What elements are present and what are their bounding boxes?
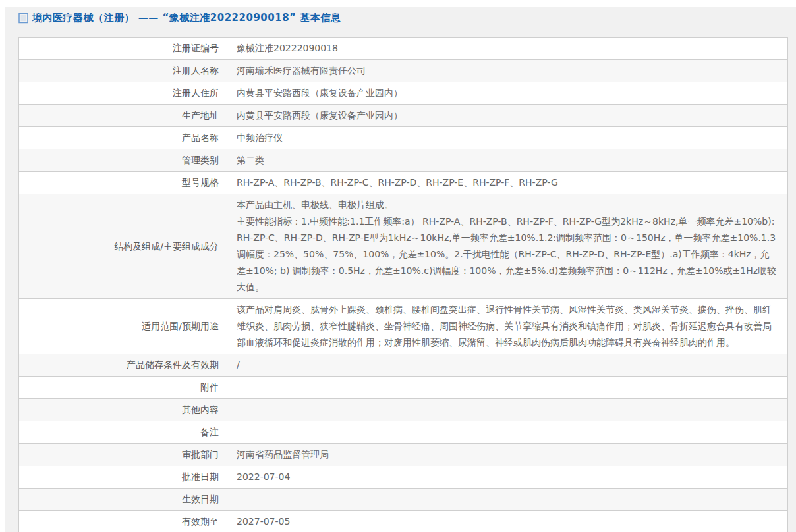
table-row: 生产地址 内黄县平安路西段（康复设备产业园内） (19, 105, 788, 127)
page-title: 境内医疗器械（注册） —— “豫械注准20222090018” 基本信息 (32, 12, 341, 24)
row-value: 第二类 (227, 149, 788, 172)
row-value: / (227, 354, 788, 377)
table-row: 产品储存条件及有效期 / (19, 354, 788, 377)
row-label: 注册证编号 (19, 38, 227, 60)
row-label: 其他内容 (19, 399, 227, 421)
table-row: 注册人名称 河南瑞禾医疗器械有限责任公司 (19, 60, 788, 82)
row-value: 河南瑞禾医疗器械有限责任公司 (227, 60, 788, 82)
registration-info-table: 注册证编号 豫械注准20222090018 注册人名称 河南瑞禾医疗器械有限责任… (18, 37, 788, 532)
row-value: 该产品对肩周炎、肱骨外上踝炎、颈椎病、腰椎间盘突出症、退行性骨性关节病、风湿性关… (227, 299, 788, 354)
row-value: 河南省药品监督管理局 (227, 444, 788, 466)
table-row: 附件 (19, 377, 788, 399)
row-value: RH-ZP-A、RH-ZP-B、RH-ZP-C、RH-ZP-D、RH-ZP-E、… (227, 172, 788, 194)
row-value (227, 489, 788, 511)
table-row: 有效期至 2027-07-05 (19, 511, 788, 532)
row-value (227, 377, 788, 399)
row-value: 中频治疗仪 (227, 127, 788, 149)
row-label: 批准日期 (19, 466, 227, 489)
content-panel: 境内医疗器械（注册） —— “豫械注准20222090018” 基本信息 注册证… (5, 7, 796, 532)
row-value (227, 399, 788, 421)
table-row: 其他内容 (19, 399, 788, 421)
table-row: 结构及组成/主要组成成分 本产品由主机、电极线、电极片组成。 主要性能指标：1.… (19, 194, 788, 299)
table-row: 生效日期 (19, 489, 788, 511)
table-row: 管理类别 第二类 (19, 149, 788, 172)
row-label: 有效期至 (19, 511, 227, 532)
row-label: 附件 (19, 377, 227, 399)
table-row: 注册人住所 内黄县平安路西段（康复设备产业园内） (19, 82, 788, 105)
table-row: 注册证编号 豫械注准20222090018 (19, 38, 788, 60)
row-label: 审批部门 (19, 444, 227, 466)
row-value: 豫械注准20222090018 (227, 38, 788, 60)
row-label: 适用范围/预期用途 (19, 299, 227, 354)
row-label: 产品储存条件及有效期 (19, 354, 227, 377)
table-row: 产品名称 中频治疗仪 (19, 127, 788, 149)
row-label: 注册人住所 (19, 82, 227, 105)
page-header: 境内医疗器械（注册） —— “豫械注准20222090018” 基本信息 (18, 12, 341, 24)
table-row: 型号规格 RH-ZP-A、RH-ZP-B、RH-ZP-C、RH-ZP-D、RH-… (19, 172, 788, 194)
row-label: 注册人名称 (19, 60, 227, 82)
row-value: 内黄县平安路西段（康复设备产业园内） (227, 105, 788, 127)
document-icon (18, 13, 28, 24)
row-label: 结构及组成/主要组成成分 (19, 194, 227, 299)
row-label: 生产地址 (19, 105, 227, 127)
row-label: 型号规格 (19, 172, 227, 194)
table-row: 审批部门 河南省药品监督管理局 (19, 444, 788, 466)
row-label: 产品名称 (19, 127, 227, 149)
table-row: 备注 (19, 421, 788, 444)
row-value: 本产品由主机、电极线、电极片组成。 主要性能指标：1.中频性能:1.1工作频率:… (227, 194, 788, 299)
row-value: 内黄县平安路西段（康复设备产业园内） (227, 82, 788, 105)
row-label: 生效日期 (19, 489, 227, 511)
row-label: 备注 (19, 421, 227, 444)
row-value (227, 421, 788, 444)
table-row: 适用范围/预期用途 该产品对肩周炎、肱骨外上踝炎、颈椎病、腰椎间盘突出症、退行性… (19, 299, 788, 354)
row-value: 2022-07-04 (227, 466, 788, 489)
row-value: 2027-07-05 (227, 511, 788, 532)
table-row: 批准日期 2022-07-04 (19, 466, 788, 489)
row-label: 管理类别 (19, 149, 227, 172)
